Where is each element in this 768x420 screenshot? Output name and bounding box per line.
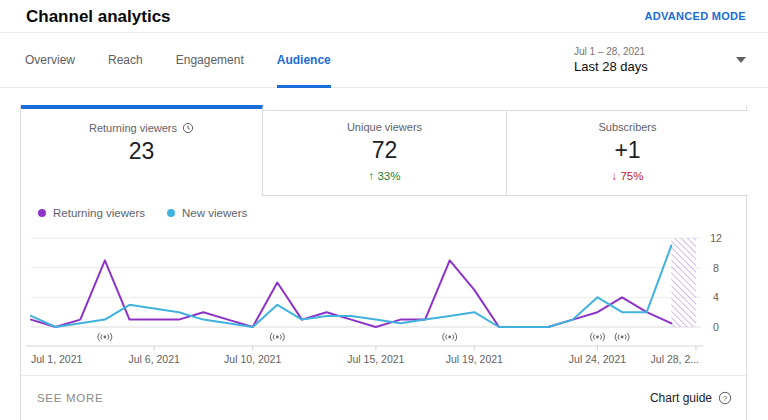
metric-label: Unique viewers	[347, 121, 422, 133]
metric-delta: ↑ 33%	[263, 170, 506, 182]
audience-line-chart[interactable]: 04812Jul 1, 2021Jul 6, 2021Jul 10, 2021J…	[21, 196, 748, 375]
card-footer: SEE MORE Chart guide ?	[21, 376, 748, 420]
clock-icon	[182, 122, 194, 134]
metric-delta: ↓ 75%	[507, 170, 748, 182]
page-title: Channel analytics	[26, 0, 171, 33]
legend-item-new-viewers: New viewers	[167, 207, 247, 219]
metric-value: 23	[21, 138, 262, 165]
date-range-value: Jul 1 – 28, 2021	[574, 46, 648, 57]
metric-value: 72	[263, 137, 506, 164]
live-stream-icon	[591, 333, 604, 341]
help-icon: ?	[718, 391, 732, 405]
live-stream-icon	[443, 333, 456, 341]
metric-value: +1	[507, 137, 748, 164]
audience-chart-panel[interactable]: 04812Jul 1, 2021Jul 6, 2021Jul 10, 2021J…	[21, 196, 748, 375]
date-preset-value: Last 28 days	[574, 59, 648, 74]
metric-card-subscribers[interactable]: Subscribers +1 ↓ 75%	[506, 110, 748, 196]
live-stream-icon	[615, 333, 628, 341]
returning-viewers-dot-icon	[38, 209, 46, 217]
x-axis-tick-label: Jul 10, 2021	[224, 353, 281, 365]
x-axis-tick-label: Jul 28, 2...	[651, 353, 699, 365]
see-more-button[interactable]: SEE MORE	[37, 376, 103, 420]
y-axis-tick-label: 8	[713, 262, 719, 274]
tab-audience[interactable]: Audience	[277, 33, 331, 88]
advanced-mode-link[interactable]: ADVANCED MODE	[645, 0, 746, 33]
chevron-down-icon	[736, 57, 746, 63]
chart-legend: Returning viewers New viewers	[38, 207, 247, 219]
metric-label: Returning viewers	[89, 122, 177, 134]
legend-item-returning-viewers: Returning viewers	[38, 207, 145, 219]
tab-overview[interactable]: Overview	[25, 33, 75, 88]
live-stream-icon	[271, 333, 284, 341]
x-axis-tick-label: Jul 19, 2021	[446, 353, 503, 365]
x-axis-tick-label: Jul 6, 2021	[128, 353, 180, 365]
y-axis-tick-label: 12	[710, 232, 722, 244]
metric-card-returning-viewers[interactable]: Returning viewers 23	[21, 105, 263, 196]
chart-guide-button[interactable]: Chart guide ?	[650, 376, 732, 420]
y-axis-tick-label: 4	[713, 291, 719, 303]
arrow-down-icon: ↓	[612, 170, 618, 182]
metric-label: Subscribers	[598, 121, 656, 133]
tab-reach[interactable]: Reach	[108, 33, 143, 88]
y-axis-tick-label: 0	[713, 321, 719, 333]
tab-engagement[interactable]: Engagement	[176, 33, 244, 88]
arrow-up-icon: ↑	[369, 170, 375, 182]
date-range-picker[interactable]: Jul 1 – 28, 2021 Last 28 days	[574, 38, 746, 82]
date-range-text: Jul 1 – 28, 2021 Last 28 days	[574, 46, 648, 74]
x-axis-tick-label: Jul 24, 2021	[569, 353, 626, 365]
incomplete-data-region	[671, 238, 696, 327]
x-axis-tick-label: Jul 15, 2021	[347, 353, 404, 365]
metric-card-unique-viewers[interactable]: Unique viewers 72 ↑ 33%	[263, 110, 506, 196]
x-axis-tick-label: Jul 1, 2021	[31, 353, 83, 365]
analytics-card: Returning viewers 23 Unique viewers 72 ↑…	[20, 105, 747, 420]
live-stream-icon	[98, 333, 111, 341]
svg-text:?: ?	[723, 394, 728, 403]
new-viewers-dot-icon	[167, 209, 175, 217]
